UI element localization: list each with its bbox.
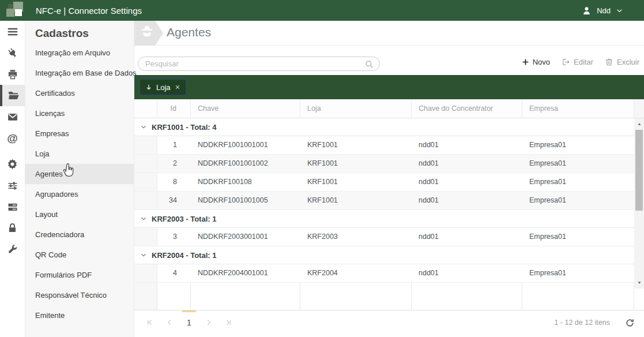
sidebar-menu: Cadastros Integração em ArquivoIntegraçã… xyxy=(25,21,134,337)
sidebar-item-integracao-em-arquivo[interactable]: Integração em Arquivo xyxy=(25,43,134,63)
sidebar-item-qr-code[interactable]: QR Code xyxy=(25,245,134,265)
search-icon[interactable] xyxy=(364,59,374,72)
cell-concentrator: ndd01 xyxy=(412,136,522,154)
rail-item-wrench[interactable] xyxy=(0,239,25,260)
sliders-icon xyxy=(7,180,18,192)
group-label: KRF2004 - Total: 1 xyxy=(152,251,216,260)
cell-chave: NDDKRF2003001001 xyxy=(191,228,300,246)
header-scroll-spacer xyxy=(634,99,644,118)
sidebar-item-certificados[interactable]: Certificados xyxy=(25,83,134,103)
group-row-krf2003[interactable]: KRF2003 - Total: 1 xyxy=(134,210,634,228)
cell-loja: KRF1001 xyxy=(300,173,412,191)
excluir-button[interactable]: Excluir xyxy=(605,58,639,66)
sidebar-item-empresas[interactable]: Empresas xyxy=(25,123,134,144)
group-row-krf1001[interactable]: KRF1001 - Total: 4 xyxy=(134,118,634,136)
previous-page-icon xyxy=(165,319,174,327)
table-row[interactable]: 8NDDKRF100108KRF1001ndd01Empresa01 xyxy=(134,173,634,192)
page-number-button[interactable]: 1 xyxy=(179,310,199,335)
first-page-button[interactable] xyxy=(140,310,160,335)
rail-item-server[interactable] xyxy=(0,196,25,218)
wrench-icon xyxy=(7,244,18,255)
button-label: Novo xyxy=(533,58,550,66)
sidebar-item-credenciadora[interactable]: Credenciadora xyxy=(25,224,134,245)
cell-loja: KRF1001 xyxy=(300,155,412,173)
at-icon: @ xyxy=(7,133,18,144)
sidebar-title: Cadastros xyxy=(35,27,134,40)
group-row-krf2004[interactable]: KRF2004 - Total: 1 xyxy=(134,246,634,264)
group-label: KRF2003 - Total: 1 xyxy=(152,215,216,223)
rail-item-menu[interactable] xyxy=(0,21,25,42)
sidebar-item-agentes[interactable]: Agentes xyxy=(25,164,134,184)
cell-empresa: Empresa01 xyxy=(522,136,634,154)
rail-item-mail[interactable] xyxy=(0,106,25,128)
cell-id: 2 xyxy=(157,155,191,173)
rail-item-sliders[interactable] xyxy=(0,175,25,196)
column-header-concentrator[interactable]: Chave do Concentrator xyxy=(412,99,522,118)
cell-concentrator: ndd01 xyxy=(412,192,522,209)
last-page-button[interactable] xyxy=(219,310,238,335)
column-header-loja[interactable]: Loja xyxy=(300,99,412,118)
page-icon-badge xyxy=(134,21,163,46)
rail-item-plug[interactable] xyxy=(0,42,25,63)
table-row[interactable]: 34NDDKRF1001001005KRF1001ndd01Empresa01 xyxy=(134,192,634,210)
filler-cell xyxy=(134,283,157,310)
button-label: Excluir xyxy=(617,58,639,66)
cell-empresa: Empresa01 xyxy=(522,264,634,282)
top-bar: NFC-e | Connector Settings Ndd xyxy=(0,0,644,21)
table-row[interactable]: 4NDDKRF2004001001KRF2004ndd01Empresa01 xyxy=(134,264,634,283)
sidebar-item-formularios-pdf[interactable]: Formulários PDF xyxy=(25,265,134,285)
rail-item-lock[interactable] xyxy=(0,218,25,239)
trash-icon xyxy=(605,58,613,66)
column-header-empresa[interactable]: Empresa xyxy=(522,99,634,118)
server-icon xyxy=(7,201,18,213)
sidebar-item-licencas[interactable]: Licenças xyxy=(25,103,134,123)
sidebar-item-layout[interactable]: Layout xyxy=(25,204,134,224)
cell-id: 8 xyxy=(157,173,191,191)
table-row[interactable]: 2NDDKRF1001001002KRF1001ndd01Empresa01 xyxy=(134,155,634,173)
scrollbar-thumb[interactable] xyxy=(635,130,643,211)
user-menu[interactable]: Ndd xyxy=(582,6,623,16)
sidebar-item-responsavel-tecnico[interactable]: Responsável Técnico xyxy=(25,285,134,305)
remove-group-icon[interactable] xyxy=(175,84,180,90)
cell-empresa: Empresa01 xyxy=(522,228,634,246)
refresh-icon[interactable] xyxy=(625,318,635,328)
rail-item-printer[interactable] xyxy=(0,63,25,85)
column-header-id[interactable]: Id xyxy=(157,99,191,118)
folder-open-icon xyxy=(7,89,20,102)
row-expander-cell xyxy=(134,228,157,246)
icon-rail: @ xyxy=(0,21,25,337)
rail-item-gear[interactable] xyxy=(0,153,25,175)
first-page-icon xyxy=(146,319,154,327)
group-chip-loja[interactable]: Loja xyxy=(140,79,186,95)
table-row[interactable]: 1NDDKRF1001001001KRF1001ndd01Empresa01 xyxy=(134,136,634,155)
filler-cell xyxy=(191,283,300,310)
column-header-chave[interactable]: Chave xyxy=(191,99,300,118)
pager-controls: 1 xyxy=(140,310,238,335)
sidebar-item-emitente[interactable]: Emitente xyxy=(25,305,134,325)
editar-button[interactable]: Editar xyxy=(562,58,593,66)
rail-item-folder-open[interactable] xyxy=(0,85,25,106)
filler-cell xyxy=(300,283,412,310)
sidebar-item-integracao-em-base-de-dados[interactable]: Integração em Base de Dados xyxy=(25,63,134,83)
cell-chave: NDDKRF1001001005 xyxy=(191,192,300,209)
app-title: NFC-e | Connector Settings xyxy=(36,6,142,16)
search-input[interactable] xyxy=(138,57,379,70)
cell-loja: KRF2003 xyxy=(300,228,412,246)
novo-button[interactable]: Novo xyxy=(522,58,550,66)
table-row[interactable]: 3NDDKRF2003001001KRF2003ndd01Empresa01 xyxy=(134,228,634,246)
scroll-down-icon[interactable] xyxy=(634,278,644,287)
pagination-bar: 1 1 - 12 de 12 itens xyxy=(134,310,644,335)
cell-chave: NDDKRF1001001001 xyxy=(191,136,300,154)
filler-cell xyxy=(522,283,634,310)
sidebar-item-agrupadores[interactable]: Agrupadores xyxy=(25,184,134,204)
cell-id: 3 xyxy=(157,228,191,246)
rail-item-at[interactable]: @ xyxy=(0,128,25,149)
scroll-up-icon[interactable] xyxy=(634,119,644,129)
user-icon xyxy=(582,6,592,16)
cell-concentrator: ndd01 xyxy=(412,228,522,246)
vertical-scrollbar[interactable] xyxy=(634,118,644,289)
previous-page-button[interactable] xyxy=(160,310,179,335)
next-page-button[interactable] xyxy=(199,310,219,335)
data-grid: IdChaveLojaChave do ConcentratorEmpresa … xyxy=(134,99,644,310)
sidebar-item-loja[interactable]: Loja xyxy=(25,144,134,164)
